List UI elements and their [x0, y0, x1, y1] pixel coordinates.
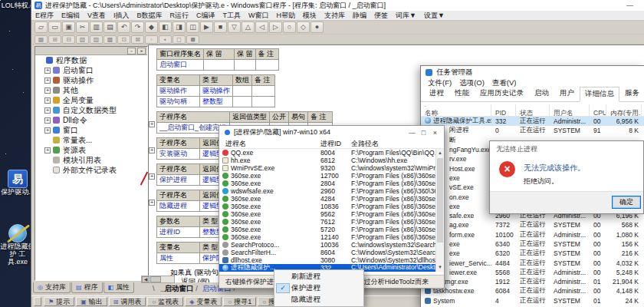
context-menu-item[interactable]: 隐藏进程	[274, 294, 363, 305]
code-cell[interactable]: 安装驱动	[157, 149, 200, 160]
menu-item[interactable]: 设置▼	[420, 11, 449, 21]
task-manager-tab[interactable]: 详细信息	[580, 87, 619, 102]
undo-button[interactable]: ↶	[117, 21, 130, 33]
process-tool-title-bar[interactable]: [进程保护/隐藏] win7-win10 x64 — □ ×	[219, 126, 444, 139]
minimize-icon[interactable]: —	[619, 2, 641, 9]
context-menu-item[interactable]: 刷新进程	[274, 271, 363, 282]
code-cell[interactable]	[204, 60, 235, 71]
menu-item[interactable]: H帮助	[273, 11, 300, 21]
process-row[interactable]: taskmgr.exe 1912 正在运行 Administr... 01 21…	[421, 277, 644, 286]
expand-icon[interactable]	[44, 167, 51, 173]
tree-item[interactable]: 外部文件记录表	[35, 165, 147, 175]
fold-marker-icon[interactable]: +	[149, 200, 155, 206]
menu-item[interactable]: E程序	[31, 11, 58, 21]
fold-marker-icon[interactable]: +	[149, 147, 155, 154]
menu-item[interactable]: 词库▼	[392, 11, 420, 21]
statusbar-button[interactable]: ⊞ 调用表	[109, 297, 146, 306]
window-layout-2-button[interactable]: ◨	[172, 21, 186, 33]
process-row[interactable]: SearchFilterH... 8604 C:\Windows\System3…	[219, 249, 435, 256]
menu-item[interactable]: I插入	[110, 11, 133, 21]
expand-icon[interactable]	[44, 137, 51, 144]
menu-item[interactable]: W窗口	[245, 11, 273, 21]
small-2-button[interactable]: ▪	[159, 35, 172, 44]
code-cell[interactable]: 进程ID	[157, 227, 200, 238]
tree-item[interactable]: + 窗口	[35, 125, 147, 135]
grid-1-button[interactable]: ▧	[76, 35, 89, 44]
statusbar-button[interactable]: ◈ 变量表	[185, 297, 222, 306]
process-row[interactable]: SearchProtoco... 10036 C:\windows\system…	[219, 241, 435, 249]
statusbar-button[interactable]: ○ 监视表	[147, 297, 183, 306]
vertical-scrollbar[interactable]: ▲ ▼	[435, 149, 444, 272]
ok-button[interactable]: 确定	[612, 196, 641, 209]
find-button[interactable]: ●	[310, 21, 324, 33]
menu-item[interactable]: 便签	[370, 11, 392, 21]
task-manager-tab[interactable]: 性能	[449, 86, 475, 101]
column-header[interactable]: 进程ID	[320, 139, 351, 149]
task-manager-tab[interactable]: 服务	[619, 86, 644, 101]
code-cell[interactable]: 驱动操作	[200, 86, 233, 97]
tree-item[interactable]: 常量表...	[35, 135, 147, 145]
small-3-button[interactable]: ◻	[172, 35, 186, 44]
code-cell[interactable]: 启动窗口	[157, 60, 204, 71]
tree-item[interactable]: + 全局变量	[35, 95, 147, 105]
expand-icon[interactable]: +	[44, 127, 51, 134]
statusbar-button[interactable]: ▣ 输出	[76, 297, 107, 306]
task-manager-tab[interactable]: 启动	[529, 86, 554, 101]
run-button[interactable]: ▶	[200, 21, 213, 33]
horizontal-scrollbar[interactable]: ◀	[141, 276, 175, 283]
process-row[interactable]: hh.exe 6812 C:\Windows\hh.exe	[219, 157, 435, 164]
maximize-icon[interactable]: □	[418, 129, 429, 137]
code-cell[interactable]	[235, 60, 256, 71]
tree-item[interactable]: + 启动窗口	[35, 65, 147, 75]
column-header[interactable]: 全路径名	[351, 139, 444, 149]
menu-item[interactable]: 支持库	[320, 11, 349, 21]
process-row[interactable]: iewer.exe 5568 正在运行 Administr... 00 5,24…	[421, 268, 644, 277]
save-button[interactable]: ▣	[62, 21, 75, 33]
error-dialog-title[interactable]: 无法终止进程	[490, 141, 643, 154]
column-header[interactable]: 进程名	[219, 139, 320, 149]
tree-item[interactable]: 程序数据	[35, 55, 147, 65]
small-1-button[interactable]: ▫	[145, 35, 158, 44]
process-row[interactable]: WmiPrvSE.exe 9320 C:\windows\system32\Wm…	[219, 164, 435, 172]
copy-button[interactable]: ▥	[90, 21, 103, 33]
paste-button[interactable]: ▤	[104, 21, 117, 33]
cell-button[interactable]: ⊡	[117, 35, 130, 44]
panel-tab[interactable]: ◎ 支持库	[33, 282, 71, 293]
menu-item[interactable]: R运行	[166, 11, 193, 21]
small-4-button[interactable]: ◼	[186, 35, 199, 44]
menu-item[interactable]: E编辑	[58, 11, 84, 21]
expand-icon[interactable]: +	[44, 78, 51, 84]
process-row[interactable]: 360se.exe 4284 F:\Program Files (x86)\36…	[219, 195, 435, 203]
scroll-left-icon[interactable]: ◀	[142, 276, 150, 282]
tree-item[interactable]: + 自定义数据类型	[35, 105, 147, 115]
expand-icon[interactable]	[44, 157, 51, 163]
process-row[interactable]: 360se.exe 5720 F:\Program Files (x86)\36…	[219, 226, 435, 233]
code-cell[interactable]	[252, 97, 275, 107]
tree-item[interactable]: 模块引用表	[35, 155, 147, 165]
debug-reset-button[interactable]: ◇	[297, 21, 310, 33]
code-cell[interactable]	[252, 86, 275, 97]
process-row[interactable]: 360se.exe 12140 F:\Program Files (x86)\3…	[219, 233, 435, 241]
process-row[interactable]: 360se.exe 9562 F:\Program Files (x86)\36…	[219, 210, 435, 218]
expand-icon[interactable]: +	[44, 87, 51, 94]
process-row[interactable]: exe 6320 正在运行 SYSTEM 00 216 K	[421, 249, 644, 258]
grid-3-button[interactable]: ▩	[104, 35, 117, 44]
process-row[interactable]: 360se.exe 12700 F:\Program Files (x86)\3…	[219, 172, 435, 180]
close-icon[interactable]: ×	[429, 129, 441, 137]
column-header[interactable]: PID	[491, 104, 516, 116]
scrollbar-thumb[interactable]	[437, 158, 443, 243]
process-row[interactable]: 360se.exe 2804 F:\Program Files (x86)\36…	[219, 180, 435, 187]
menu-item[interactable]: C编译	[192, 11, 219, 21]
code-cell[interactable]: 驱动操作	[157, 86, 200, 97]
menu-item[interactable]: 静编	[349, 11, 370, 21]
code-table[interactable]: 变量名类 型数组备 注驱动操作驱动操作驱动句柄整数型	[156, 74, 275, 107]
tree-item[interactable]: + 其他	[35, 85, 147, 95]
debug-out-button[interactable]: ◁	[255, 21, 268, 33]
menu-item[interactable]: T工具	[219, 11, 245, 21]
process-row[interactable]: QQ.exe 8004 F:\Program Files\QQ\Bin\QQ.e…	[219, 149, 435, 157]
process-row[interactable]: System 4 正在运行 SYSTEM 01 24 K	[421, 296, 644, 305]
tree-item[interactable]: + 驱动操作	[35, 75, 147, 85]
process-row[interactable]: wdswfsafe.exe 2960 F:\Program Files (x86…	[219, 187, 435, 195]
process-row[interactable]: 闲进程 0 正在运行 SYSTEM 91 8 K	[421, 126, 644, 135]
window-layout-1-button[interactable]: ◧	[159, 21, 172, 33]
